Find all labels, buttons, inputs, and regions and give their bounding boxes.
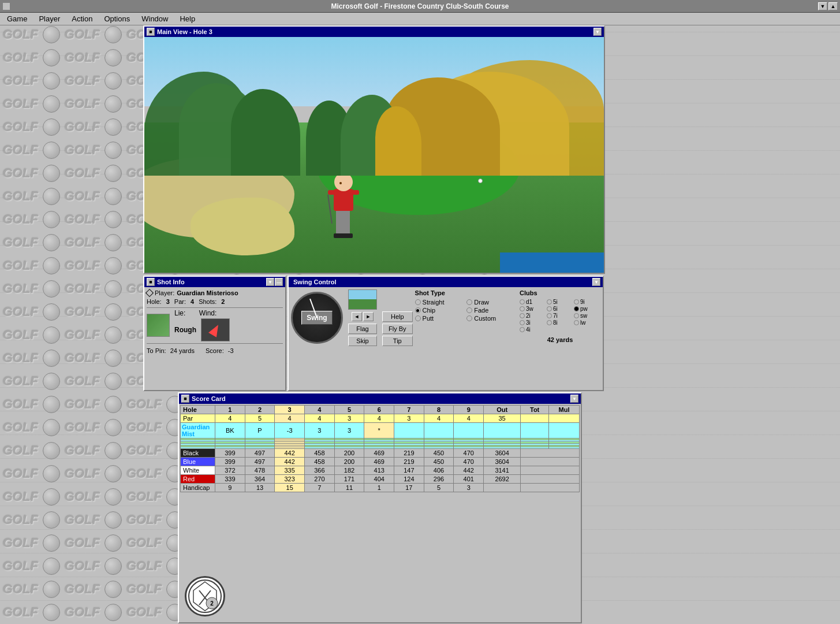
menu-player[interactable]: Player xyxy=(34,13,65,24)
main-view-title: Main View - Hole 3 xyxy=(157,28,212,35)
swing-area: Swing xyxy=(291,289,343,346)
8i-radio[interactable] xyxy=(547,320,552,325)
menu-game[interactable]: Game xyxy=(2,13,32,24)
club-pw[interactable]: pw xyxy=(574,306,600,312)
pw-radio[interactable] xyxy=(574,306,579,311)
minimize-button[interactable]: ▼ xyxy=(818,2,827,10)
shot-info-icon-btn[interactable]: ■ xyxy=(147,278,155,286)
tee-black-out: 3604 xyxy=(484,449,521,458)
club-5i[interactable]: 5i xyxy=(547,299,573,305)
chip-radio[interactable] xyxy=(415,307,421,313)
par-h6: 4 xyxy=(364,414,394,423)
5i-radio[interactable] xyxy=(547,299,552,304)
shot-info-dropdown[interactable]: ▼ xyxy=(266,278,274,286)
tee-black-h7: 219 xyxy=(394,449,424,458)
tee-blue-h3: 442 xyxy=(275,458,305,466)
par-out: 35 xyxy=(484,414,521,423)
main-view-dropdown[interactable]: ▼ xyxy=(593,28,602,36)
main-view-window: ■ Main View - Hole 3 ▼ xyxy=(143,25,605,274)
par-value: 4 xyxy=(191,298,194,305)
swing-control-dropdown[interactable]: ▼ xyxy=(592,278,600,286)
yards-display: 42 yards xyxy=(520,336,600,343)
shot-type-straight[interactable]: Straight xyxy=(415,299,466,306)
tip-button[interactable]: Tip xyxy=(382,336,413,346)
scorecard-dropdown[interactable]: ▼ xyxy=(570,395,578,403)
tee-blue-h2: 497 xyxy=(245,458,275,466)
shots-label: Shots: xyxy=(199,298,216,305)
club-3i[interactable]: 3i xyxy=(520,320,546,326)
menu-window[interactable]: Window xyxy=(137,13,173,24)
custom-radio[interactable] xyxy=(466,315,472,321)
6i-radio[interactable] xyxy=(547,306,552,311)
3i-radio[interactable] xyxy=(520,320,525,325)
player-name-cell: Guardian Mist xyxy=(181,423,215,439)
golf-ball xyxy=(478,179,483,183)
view-left-button[interactable]: ◄ xyxy=(352,312,362,321)
shot-info-titlebar: ■ Shot Info ▼ — xyxy=(144,277,285,287)
club-4i[interactable]: 4i xyxy=(520,326,546,333)
col-3: 3 xyxy=(275,406,305,414)
help-button[interactable]: Help xyxy=(382,311,413,322)
shot-info-content: Player: Guardian Misterioso Hole: 3 Par:… xyxy=(144,287,285,356)
player-info-line: Player: Guardian Misterioso xyxy=(147,289,283,296)
3w-radio[interactable] xyxy=(520,306,525,311)
shot-type-fade[interactable]: Fade xyxy=(466,307,517,314)
club-3w[interactable]: 3w xyxy=(520,306,546,312)
tee-red-h8: 296 xyxy=(424,475,454,484)
scorecard-table: Hole 1 2 3 4 5 6 7 8 9 Out Tot Mul xyxy=(180,405,580,492)
d1-radio[interactable] xyxy=(520,299,525,304)
club-sw[interactable]: sw xyxy=(574,313,600,319)
shot-type-putt[interactable]: Putt xyxy=(415,315,466,322)
fly-by-button[interactable]: Fly By xyxy=(382,324,413,334)
wind-indicator xyxy=(201,318,230,341)
club-d1[interactable]: d1 xyxy=(520,299,546,305)
draw-radio[interactable] xyxy=(466,299,472,305)
club-9i[interactable]: 9i xyxy=(574,299,600,305)
tee-blue-h6: 469 xyxy=(364,458,394,466)
shot-type-draw[interactable]: Draw xyxy=(466,299,517,306)
scorecard-icon-btn[interactable]: ■ xyxy=(181,395,189,403)
col-hole: Hole xyxy=(181,406,215,414)
maximize-button[interactable]: ▲ xyxy=(828,2,838,10)
shot-info-close[interactable]: — xyxy=(275,278,283,286)
tee-black-h3: 442 xyxy=(275,449,305,458)
fade-radio[interactable] xyxy=(466,307,472,313)
2i-radio[interactable] xyxy=(520,313,525,318)
lw-radio[interactable] xyxy=(574,320,579,325)
9i-radio[interactable] xyxy=(574,299,579,304)
main-view-icon-btn[interactable]: ■ xyxy=(147,28,155,36)
par-tot xyxy=(521,414,549,423)
flag-button[interactable]: Flag xyxy=(348,324,377,334)
7i-radio[interactable] xyxy=(547,313,552,318)
straight-radio[interactable] xyxy=(415,299,421,305)
par-h2: 5 xyxy=(245,414,275,423)
4i-radio[interactable] xyxy=(520,327,525,332)
swing-button[interactable]: Swing xyxy=(301,311,332,325)
putt-radio[interactable] xyxy=(415,315,421,321)
club-7i[interactable]: 7i xyxy=(547,313,573,319)
tee-blue-h7: 219 xyxy=(394,458,424,466)
clubs-title: Clubs xyxy=(520,289,600,296)
club-lw[interactable]: lw xyxy=(574,320,600,326)
shot-type-custom[interactable]: Custom xyxy=(466,315,517,322)
view-right-button[interactable]: ► xyxy=(363,312,374,321)
par-label: Par: xyxy=(174,298,186,305)
scorecard-header-row: Hole 1 2 3 4 5 6 7 8 9 Out Tot Mul xyxy=(181,406,580,414)
shot-type-chip[interactable]: Chip xyxy=(415,307,466,314)
skip-button[interactable]: Skip xyxy=(348,336,377,346)
par-mul xyxy=(549,414,580,423)
scorecard-title: Score Card xyxy=(192,395,226,402)
sw-radio[interactable] xyxy=(574,313,579,318)
club-6i[interactable]: 6i xyxy=(547,306,573,312)
menu-options[interactable]: Options xyxy=(99,13,135,24)
menu-help[interactable]: Help xyxy=(175,13,200,24)
club-8i[interactable]: 8i xyxy=(547,320,573,326)
menu-action[interactable]: Action xyxy=(67,13,97,24)
par-label-cell: Par xyxy=(181,414,215,423)
swing-circle[interactable]: Swing xyxy=(291,292,343,344)
middle-controls: ◄ ► Flag Skip xyxy=(345,289,380,346)
club-2i[interactable]: 2i xyxy=(520,313,546,319)
tee-blue-h1: 399 xyxy=(215,458,245,466)
col-out: Out xyxy=(484,406,521,414)
scorecard-window: ■ Score Card ▼ Hole 1 2 3 4 5 6 7 xyxy=(178,392,582,623)
